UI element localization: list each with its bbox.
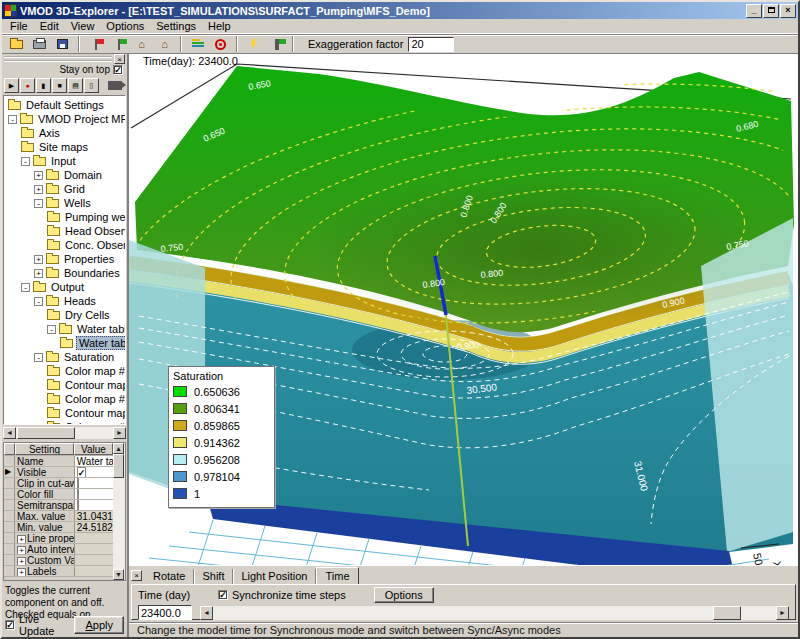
collapse-icon[interactable]: - (34, 199, 43, 208)
apply-button[interactable]: Apply (74, 616, 124, 634)
grid-vscroll-thumb[interactable] (113, 454, 124, 478)
tree-item-pumping-wells[interactable]: Pumping wells (4, 210, 125, 224)
title-bar[interactable]: VMOD 3D-Explorer - [E:\TEST_SIMULATIONS\… (2, 2, 798, 19)
tree-item-color-map-3[interactable]: Color map #3 (4, 392, 125, 406)
time-scroll-left-icon[interactable]: ◄ (200, 606, 213, 620)
play-button[interactable]: ▶ (4, 78, 19, 93)
panel-grip[interactable]: × (2, 54, 127, 63)
tree-item-output[interactable]: -Output (4, 280, 125, 294)
table-row[interactable]: Clip in cut-away (4, 478, 113, 489)
expand-icon[interactable]: + (17, 546, 26, 554)
value-cell[interactable]: ✓ (75, 467, 113, 477)
pause-button[interactable]: ▮ (36, 78, 51, 93)
checkbox-unchecked[interactable] (77, 478, 79, 488)
scroll-right-icon[interactable]: ► (113, 427, 126, 439)
tree-item-default-settings[interactable]: Default Settings (4, 98, 125, 112)
flag-red-button[interactable] (84, 35, 107, 53)
restore-button[interactable] (763, 4, 779, 18)
tab-shift[interactable]: Shift (194, 569, 233, 584)
flag-green-button[interactable] (107, 35, 130, 53)
tree-item-color-map-1[interactable]: Color map #1 (4, 364, 125, 378)
tab-rotate[interactable]: Rotate (145, 569, 194, 584)
table-row[interactable]: Min. value24.5182 (4, 522, 113, 533)
scroll-up-icon[interactable]: ▲ (113, 443, 124, 454)
collapse-icon[interactable]: - (8, 115, 17, 124)
menu-edit[interactable]: Edit (34, 19, 65, 33)
expand-icon[interactable]: + (17, 568, 26, 576)
checkbox-checked[interactable]: ✓ (77, 467, 87, 477)
table-row[interactable]: NameWater table (4, 456, 113, 467)
menu-help[interactable]: Help (202, 19, 237, 33)
exaggeration-input[interactable] (408, 37, 454, 52)
collapse-icon[interactable]: - (34, 353, 43, 362)
table-row[interactable]: +Line properties (4, 533, 113, 544)
table-row[interactable]: +Custom Values (4, 555, 113, 566)
scroll-left-icon[interactable]: ◄ (3, 427, 16, 439)
expand-icon[interactable]: + (34, 185, 43, 194)
value-cell[interactable]: Water table (75, 456, 113, 466)
tab-light-position[interactable]: Light Position (233, 569, 316, 584)
panel-close-button[interactable]: × (114, 54, 125, 64)
options-button[interactable]: Options (374, 587, 434, 603)
menu-view[interactable]: View (65, 19, 101, 33)
stop-button[interactable]: ■ (52, 78, 67, 93)
tree-item-heads[interactable]: -Heads (4, 294, 125, 308)
expand-icon[interactable]: + (34, 255, 43, 264)
tree-item-properties[interactable]: +Properties (4, 252, 125, 266)
print-button[interactable] (28, 35, 51, 53)
table-row[interactable]: +Auto intervals (4, 544, 113, 555)
value-cell[interactable] (75, 478, 113, 488)
menu-settings[interactable]: Settings (150, 19, 202, 33)
tree-hscroll-thumb[interactable] (17, 427, 75, 439)
tree-hscrollbar[interactable]: ◄ ► (3, 426, 126, 439)
tree-item-vmod-project-mfs-demo[interactable]: -VMOD Project MFS_Demo (4, 112, 125, 126)
checkbox-unchecked[interactable] (77, 500, 79, 510)
camera-icon[interactable] (108, 81, 122, 90)
time-scroll-thumb[interactable] (713, 606, 741, 620)
menu-file[interactable]: File (4, 19, 34, 33)
value-column-header[interactable]: Value (74, 443, 113, 455)
value-cell[interactable] (75, 500, 113, 510)
close-button[interactable]: × (780, 4, 796, 18)
expand-icon[interactable]: + (34, 171, 43, 180)
record-button[interactable]: ● (20, 78, 35, 93)
anim-options-button[interactable]: ▤ (68, 78, 83, 93)
save-button[interactable] (51, 35, 74, 53)
time-scrollbar[interactable]: ◄ ► (200, 606, 789, 620)
lightning-button[interactable] (242, 35, 265, 53)
scroll-down-icon[interactable]: ▼ (113, 569, 124, 580)
tab-time[interactable]: Time (316, 567, 358, 584)
expand-icon[interactable]: + (17, 557, 26, 565)
home-flag2-button[interactable]: ⌂ (153, 35, 176, 53)
home-flag-button[interactable]: ⌂ (130, 35, 153, 53)
live-update-checkbox[interactable]: ✓ (5, 620, 15, 630)
tree-item-boundaries[interactable]: +Boundaries (4, 266, 125, 280)
synchronize-checkbox[interactable]: ✓ (218, 590, 228, 600)
checkbox-unchecked[interactable] (77, 489, 79, 499)
table-row[interactable]: ▶Visible✓ (4, 467, 113, 478)
time-scroll-right-icon[interactable]: ► (776, 606, 789, 620)
stay-on-top-checkbox[interactable]: ✓ (113, 65, 123, 75)
tabpanel-close-button[interactable]: × (131, 570, 142, 581)
setting-column-header[interactable]: Setting (15, 443, 74, 455)
open-button[interactable] (5, 35, 28, 53)
collapse-icon[interactable]: - (47, 325, 56, 334)
time-scroll-track[interactable] (213, 606, 776, 620)
tree-item-head-observations[interactable]: Head Observations (4, 224, 125, 238)
tree-item-grid[interactable]: +Grid (4, 182, 125, 196)
menu-options[interactable]: Options (100, 19, 150, 33)
legend-list-button[interactable] (186, 35, 209, 53)
step-button[interactable]: ▯ (84, 78, 99, 93)
tree-item-domain[interactable]: +Domain (4, 168, 125, 182)
3d-viewport[interactable]: Time(day): 23400.0 (129, 54, 798, 565)
tree-item-conc-observations[interactable]: Conc. Observations (4, 238, 125, 252)
tree-item-contour-map-2[interactable]: Contour map #2 (4, 378, 125, 392)
tree-item-site-maps[interactable]: Site maps (4, 140, 125, 154)
collapse-icon[interactable]: - (34, 297, 43, 306)
expand-icon[interactable]: + (34, 269, 43, 278)
grid-vscrollbar[interactable]: ▲ ▼ (113, 443, 125, 580)
tree-item-water-table[interactable]: -Water table (4, 322, 125, 336)
table-row[interactable]: Color fill (4, 489, 113, 500)
collapse-icon[interactable]: - (21, 283, 30, 292)
table-row[interactable]: +Labels (4, 566, 113, 577)
